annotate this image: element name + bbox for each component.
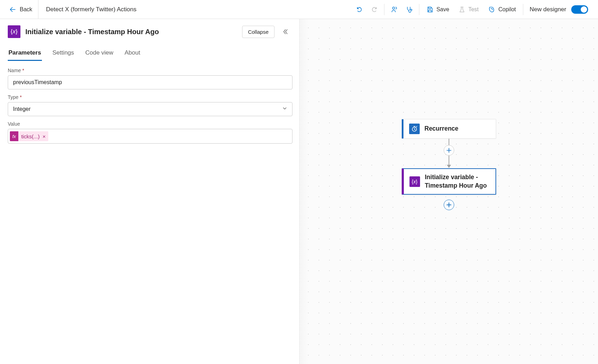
chevron-double-left-icon[interactable]: [279, 26, 291, 38]
new-designer-label: New designer: [530, 6, 566, 13]
card-initialize-variable[interactable]: {x} Initialize variable - Timestamp Hour…: [402, 168, 496, 195]
variable-icon: {x}: [8, 25, 20, 38]
arrow-left-icon: [9, 6, 16, 13]
copilot-icon: [488, 6, 495, 13]
flow-canvas[interactable]: Recurrence {x} Initialize variable - Tim…: [300, 19, 598, 364]
value-input[interactable]: fx ticks(...) ×: [8, 129, 292, 144]
panel-header: {x} Initialize variable - Timestamp Hour…: [8, 25, 291, 38]
toolbar-actions: Save Test Copilot New designer: [352, 3, 594, 16]
type-field-label: Type *: [8, 94, 291, 100]
back-label: Back: [20, 6, 32, 13]
test-label: Test: [468, 6, 479, 13]
fx-icon: fx: [10, 131, 18, 141]
name-field-label: Name *: [8, 68, 291, 73]
beaker-icon: [458, 6, 466, 13]
flow-name[interactable]: Detect X (formerly Twitter) Actions: [38, 6, 144, 13]
redo-icon: [371, 6, 378, 13]
back-button[interactable]: Back: [4, 0, 38, 19]
panel-tabs: Parameters Settings Code view About: [8, 46, 291, 61]
token-remove-icon[interactable]: ×: [43, 133, 49, 139]
new-designer-toggle[interactable]: [571, 5, 588, 14]
stethoscope-icon: [406, 6, 413, 13]
card-recurrence[interactable]: Recurrence: [402, 119, 496, 139]
save-button[interactable]: Save: [422, 3, 453, 16]
copilot-button[interactable]: Copilot: [483, 3, 520, 16]
collapse-button[interactable]: Collapse: [242, 26, 275, 38]
new-designer-toggle-group: New designer: [526, 5, 588, 14]
top-toolbar: Back Detect X (formerly Twitter) Actions: [0, 0, 598, 19]
undo-icon: [356, 6, 363, 13]
redo-button[interactable]: [367, 3, 381, 16]
name-input[interactable]: previousTimestamp: [8, 75, 292, 89]
arrow-down-icon: [447, 165, 451, 168]
chevron-down-icon: [282, 106, 287, 112]
token-text: ticks(...): [18, 133, 43, 139]
save-label: Save: [436, 6, 449, 13]
tab-settings[interactable]: Settings: [52, 46, 75, 61]
schedule-icon: [409, 124, 420, 134]
type-select[interactable]: Integer: [8, 102, 292, 116]
test-button[interactable]: Test: [454, 3, 483, 16]
svg-point-1: [411, 9, 412, 11]
person-feedback-icon: [391, 6, 398, 13]
variable-icon: {x}: [409, 176, 420, 187]
expression-token[interactable]: fx ticks(...) ×: [10, 131, 48, 141]
save-icon: [426, 6, 433, 13]
flow-graph: Recurrence {x} Initialize variable - Tim…: [402, 119, 496, 210]
action-panel: {x} Initialize variable - Timestamp Hour…: [0, 19, 300, 364]
add-action-button-end[interactable]: [444, 200, 454, 210]
value-field-label: Value: [8, 121, 291, 127]
svg-point-0: [393, 7, 395, 9]
identity-button[interactable]: [387, 3, 401, 16]
card-title: Recurrence: [425, 125, 458, 133]
assistant-button[interactable]: [402, 3, 416, 16]
undo-button[interactable]: [352, 3, 366, 16]
add-action-button[interactable]: [444, 145, 454, 156]
panel-title: Initialize variable - Timestamp Hour Ago: [25, 28, 237, 36]
tab-parameters[interactable]: Parameters: [8, 46, 42, 61]
card-title: Initialize variable - Timestamp Hour Ago: [425, 173, 490, 190]
tab-codeview[interactable]: Code view: [85, 46, 114, 61]
tab-about[interactable]: About: [124, 46, 141, 61]
copilot-label: Copilot: [498, 6, 516, 13]
connector: [444, 139, 454, 168]
